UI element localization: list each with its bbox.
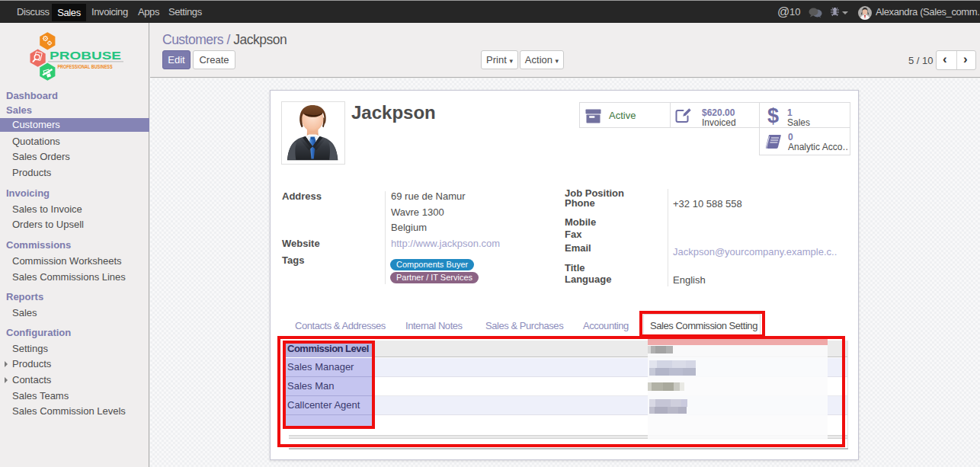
svg-text:PROFESSIONAL BUSINESS: PROFESSIONAL BUSINESS — [58, 63, 113, 70]
svg-text:PROBUSE: PROBUSE — [50, 49, 121, 62]
